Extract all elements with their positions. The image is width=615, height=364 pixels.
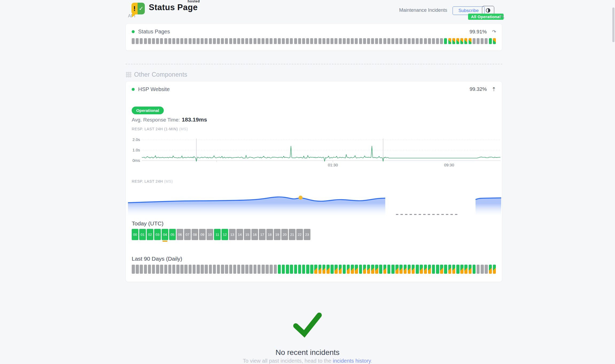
uptime-bar[interactable] [306,265,309,274]
uptime-bar[interactable] [180,38,183,44]
uptime-bar[interactable] [229,265,232,274]
uptime-bar[interactable] [440,265,443,274]
hour-block-05[interactable]: 05 [169,229,176,240]
uptime-bar[interactable] [391,38,394,44]
uptime-bar[interactable] [148,38,151,44]
uptime-bar[interactable] [282,38,285,44]
uptime-bar[interactable] [326,265,330,274]
uptime-bar[interactable] [493,38,496,44]
uptime-bar[interactable] [359,265,362,274]
uptime-bar[interactable] [132,38,135,44]
uptime-bar[interactable] [391,265,395,274]
uptime-bar[interactable] [399,38,402,44]
uptime-bar[interactable] [290,38,293,44]
uptime-bar[interactable] [254,38,256,44]
uptime-bar[interactable] [278,265,281,274]
uptime-bar[interactable] [326,38,329,44]
hour-block-00[interactable]: 00 [132,229,138,240]
uptime-bar[interactable] [456,265,460,274]
hour-block-09[interactable]: 09 [199,229,206,240]
uptime-bar[interactable] [477,38,480,44]
uptime-bar[interactable] [314,265,317,274]
uptime-bar[interactable] [189,38,192,44]
uptime-bar[interactable] [314,38,317,44]
uptime-bar[interactable] [310,38,313,44]
uptime-bar[interactable] [351,265,354,274]
uptime-bar[interactable] [318,265,322,274]
uptime-bar[interactable] [387,38,390,44]
uptime-bar[interactable] [258,265,261,274]
uptime-bar[interactable] [436,38,439,44]
uptime-bar[interactable] [420,38,423,44]
uptime-bar[interactable] [241,38,244,44]
hour-block-23[interactable]: 23 [304,229,310,240]
uptime-bar[interactable] [460,38,463,44]
hour-block-11[interactable]: 11 [214,229,221,240]
uptime-bar[interactable] [404,38,407,44]
uptime-bar[interactable] [176,38,179,44]
uptime-bar[interactable] [152,265,155,274]
uptime-bar[interactable] [395,38,398,44]
hour-block-07[interactable]: 07 [184,229,191,240]
uptime-bar[interactable] [464,38,467,44]
uptime-bar[interactable] [233,38,236,44]
uptime-bar[interactable] [424,265,427,274]
uptime-bar[interactable] [282,265,285,274]
uptime-bar[interactable] [262,38,264,44]
uptime-bar[interactable] [209,265,212,274]
uptime-bar[interactable] [262,265,265,274]
uptime-bar[interactable] [379,265,382,274]
hour-block-21[interactable]: 21 [289,229,295,240]
uptime-bar[interactable] [347,38,350,44]
uptime-bar[interactable] [460,265,464,274]
uptime-bar[interactable] [274,38,277,44]
uptime-bar[interactable] [404,265,407,274]
uptime-bar[interactable] [136,265,139,274]
uptime-bar[interactable] [334,38,337,44]
uptime-bar[interactable] [184,265,188,274]
uptime-bar[interactable] [229,38,232,44]
uptime-bar[interactable] [140,265,143,274]
hour-block-15[interactable]: 15 [244,229,251,240]
uptime-bar[interactable] [140,38,143,44]
uptime-bar[interactable] [485,265,488,274]
uptime-bar[interactable] [245,38,248,44]
uptime-bar[interactable] [294,38,297,44]
hour-block-01[interactable]: 01 [139,229,146,240]
uptime-bar[interactable] [481,38,484,44]
uptime-bar[interactable] [322,38,325,44]
uptime-bar[interactable] [132,265,135,274]
trend-up-arrow-icon[interactable]: ⇡ [492,86,496,92]
uptime-bar[interactable] [387,265,391,274]
hour-block-08[interactable]: 08 [192,229,198,240]
uptime-bar[interactable] [456,38,459,44]
uptime-bar[interactable] [355,265,358,274]
uptime-bar[interactable] [343,38,346,44]
nav-maintenance[interactable]: Maintenance [399,7,427,13]
uptime-bar[interactable] [448,38,451,44]
uptime-bar[interactable] [469,38,472,44]
uptime-bar[interactable] [452,265,456,274]
uptime-bar[interactable] [464,265,468,274]
hour-block-04[interactable]: 04 [162,229,168,240]
uptime-bar[interactable] [237,38,240,44]
uptime-bar[interactable] [193,38,196,44]
uptime-bar[interactable] [201,265,204,274]
uptime-bar[interactable] [217,265,220,274]
uptime-bar[interactable] [249,265,252,274]
uptime-bar[interactable] [339,265,342,274]
uptime-bar[interactable] [266,265,269,274]
uptime-bar[interactable] [444,265,447,274]
uptime-bar[interactable] [225,38,228,44]
uptime-bar[interactable] [351,38,354,44]
uptime-bar[interactable] [371,265,374,274]
uptime-bar[interactable] [189,265,192,274]
uptime-bar[interactable] [416,38,419,44]
uptime-bar[interactable] [254,265,257,274]
uptime-bar[interactable] [209,38,212,44]
uptime-bar[interactable] [383,38,386,44]
uptime-bar[interactable] [136,38,139,44]
hour-block-03[interactable]: 03 [154,229,161,240]
uptime-bar[interactable] [444,38,447,44]
uptime-bar[interactable] [469,265,472,274]
